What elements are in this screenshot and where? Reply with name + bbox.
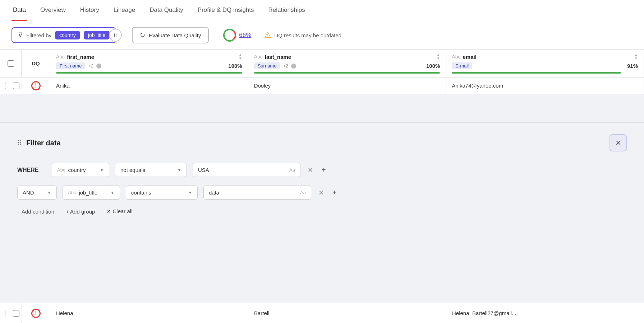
add-row1-button[interactable]: +	[320, 164, 327, 175]
meta-pct-email: 91%	[627, 63, 638, 69]
dq-bottom: !	[22, 303, 50, 323]
evaluate-dq-button[interactable]: ↻ Evaluate Data Quality	[132, 27, 209, 43]
sort-arrows-firstname[interactable]: ▲▼	[239, 53, 242, 60]
remove-row1-button[interactable]: ✕	[306, 165, 314, 175]
toolbar: ⊽ Filtered by country job_title ⏸ ↻ Eval…	[0, 21, 644, 49]
filter-icon: ⊽	[18, 31, 23, 39]
abc-icon-lastname: Abc	[254, 54, 263, 60]
sort-arrows-email[interactable]: ▲▼	[634, 53, 638, 60]
filter-badge-job-title[interactable]: job_title	[84, 31, 110, 39]
meta-plus-lastname: +2	[283, 63, 288, 69]
tab-data-quality[interactable]: Data Quality	[148, 0, 185, 21]
abc-icon-field1: Abc	[57, 167, 65, 173]
select-all-checkbox[interactable]	[8, 60, 14, 67]
sort-arrows-lastname[interactable]: ▲▼	[436, 53, 440, 60]
tab-profile-dq[interactable]: Profile & DQ insights	[196, 0, 256, 21]
pause-button[interactable]: ⏸	[109, 29, 122, 42]
field-value-job-title: job_title	[79, 189, 97, 196]
drag-handle: ⋮	[0, 82, 11, 90]
dq-percentage[interactable]: 66%	[239, 32, 251, 39]
filter-panel-header: ⠿ Filter data ✕	[17, 134, 627, 151]
col-title-firstname: first_name	[67, 54, 94, 60]
value-text-row2: data	[209, 189, 219, 196]
add-row2-button[interactable]: +	[331, 187, 338, 198]
clear-all-button[interactable]: ✕ Clear all	[106, 208, 132, 215]
row-dq-status: !	[22, 81, 50, 90]
and-label: AND	[23, 189, 34, 196]
header-dq: DQ	[22, 50, 50, 77]
tab-overview[interactable]: Overview	[39, 0, 67, 21]
filter-panel: ⠿ Filter data ✕ WHERE Abc country ▼ not …	[0, 122, 644, 229]
pct-bar-email	[452, 72, 621, 74]
filter-row-2: AND ▼ Abc job_title ▼ contains ▼ data Aa…	[17, 186, 627, 200]
value-text-row1: USA	[198, 167, 209, 173]
pct-bar-lastname	[254, 72, 440, 74]
filter-badge-country[interactable]: country	[55, 31, 80, 39]
meta-pct-lastname: 100%	[426, 63, 440, 69]
header-first-name: Abc first_name ▲▼ First name +2 100%	[50, 50, 248, 77]
dq-warning-text: DQ results may be outdated	[274, 32, 341, 38]
pct-bar-firstname	[56, 72, 242, 74]
chevron-icon-and: ▼	[47, 190, 51, 195]
field-select-country[interactable]: Abc country ▼	[52, 163, 109, 177]
close-filter-panel-button[interactable]: ✕	[610, 134, 627, 151]
aa-tag-row2: Aa	[300, 190, 306, 195]
operator-select-row1[interactable]: not equals ▼	[115, 163, 187, 177]
value-input-row1[interactable]: USA Aa	[193, 163, 300, 177]
add-condition-button[interactable]: + Add condition	[17, 209, 54, 215]
tab-history[interactable]: History	[79, 0, 101, 21]
chevron-icon-field2: ▼	[110, 190, 115, 195]
dq-circle-chart	[223, 29, 236, 42]
cell-email-bottom: Helena_Bartell27@gmail....	[446, 305, 644, 321]
header-last-name: Abc last_name ▲▼ Surname +2 100%	[248, 50, 446, 77]
table-row: ⋮ ! Anika Dooley Anika74@yahoo.com	[0, 78, 644, 94]
meta-dot-firstname	[96, 64, 101, 69]
data-table: DQ Abc first_name ▲▼ First name +2 100%	[0, 49, 644, 94]
row-checkbox-cell	[11, 83, 22, 89]
meta-pct-firstname: 100%	[228, 63, 242, 69]
remove-row2-button[interactable]: ✕	[317, 187, 325, 198]
row-checkbox-bottom[interactable]	[13, 310, 19, 317]
top-navigation: Data Overview History Lineage Data Quali…	[0, 0, 644, 21]
chevron-icon-field1: ▼	[100, 168, 104, 173]
operator-select-row2[interactable]: contains ▼	[126, 186, 198, 200]
col-title-email: email	[463, 54, 476, 60]
cell-last-name-bottom: Bartell	[248, 305, 446, 321]
operator-value-row1: not equals	[120, 167, 145, 173]
field-select-job-title[interactable]: Abc job_title ▼	[63, 186, 120, 200]
add-group-button[interactable]: + Add group	[66, 209, 95, 215]
dq-error-icon: !	[31, 81, 41, 90]
col-title-lastname: last_name	[265, 54, 291, 60]
tab-data[interactable]: Data	[12, 0, 27, 21]
add-condition-label: + Add condition	[17, 209, 54, 215]
clear-all-label: ✕ Clear all	[106, 208, 132, 215]
meta-badge-firstname: First name	[56, 62, 85, 69]
tab-relationships[interactable]: Relationships	[267, 0, 307, 21]
grid-icon: ⠿	[17, 139, 22, 147]
header-email: Abc email ▲▼ E-mail 91%	[446, 50, 644, 77]
value-input-row2[interactable]: data Aa	[203, 186, 311, 200]
tab-lineage[interactable]: Lineage	[112, 0, 137, 21]
filter-by-label: Filtered by	[26, 32, 51, 38]
cell-first-name: Anika	[50, 78, 248, 94]
dq-error-icon-bottom: !	[31, 309, 41, 318]
filter-actions: + Add condition + Add group ✕ Clear all	[17, 208, 627, 215]
cell-email: Anika74@yahoo.com	[446, 78, 644, 94]
checkbox-bottom	[11, 310, 22, 317]
row-checkbox[interactable]	[13, 83, 19, 89]
filter-bar[interactable]: ⊽ Filtered by country job_title ⏸	[12, 27, 116, 43]
filter-panel-title: Filter data	[26, 139, 61, 147]
abc-icon-email: Abc	[452, 54, 460, 60]
operator-value-row2: contains	[131, 189, 151, 196]
aa-tag-row1: Aa	[289, 167, 295, 173]
filter-row-1: WHERE Abc country ▼ not equals ▼ USA Aa …	[17, 163, 627, 177]
header-checkbox-cell	[0, 50, 22, 77]
table-header-row: DQ Abc first_name ▲▼ First name +2 100%	[0, 49, 644, 78]
where-label: WHERE	[17, 167, 46, 173]
and-select[interactable]: AND ▼	[17, 186, 57, 200]
drag-handle-bottom: ⋮	[0, 309, 11, 317]
dq-warning: ⚠ DQ results may be outdated	[264, 31, 341, 40]
field-value-country: country	[68, 167, 86, 173]
cell-first-name-bottom: Helena	[50, 305, 248, 321]
dq-score: 66%	[223, 29, 251, 42]
